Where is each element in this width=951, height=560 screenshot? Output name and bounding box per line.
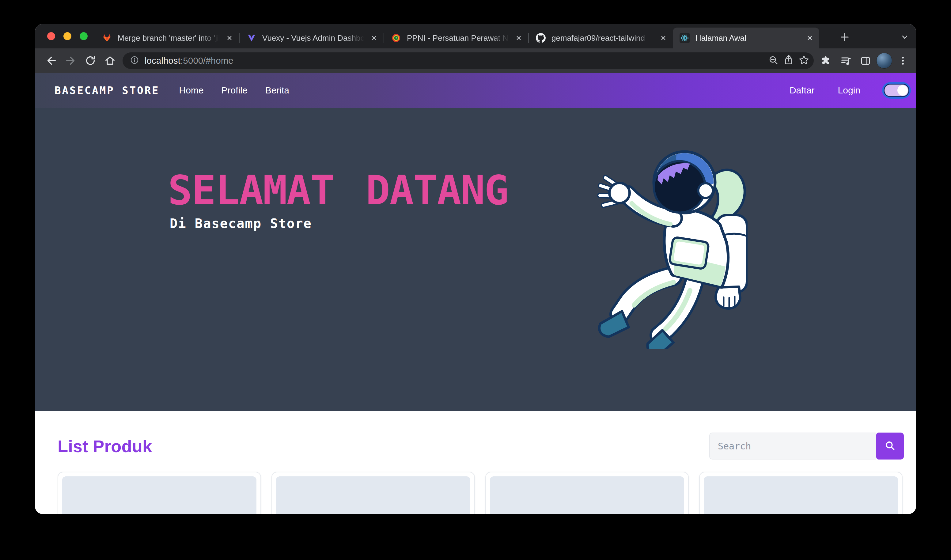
- page-viewport: BASECAMP STORE Home Profile Berita Dafta…: [35, 73, 916, 514]
- tab-close-icon[interactable]: [225, 33, 234, 43]
- product-card-list: [58, 472, 904, 514]
- traffic-lights: [47, 32, 88, 40]
- browser-toolbar: localhost:5000/#home: [35, 48, 916, 73]
- hero-text: SELAMAT DATANG Di Basecamp Store: [168, 169, 508, 231]
- login-link[interactable]: Login: [838, 85, 860, 95]
- extensions-puzzle-icon[interactable]: [817, 52, 835, 69]
- tab-close-icon[interactable]: [514, 33, 523, 43]
- search-icon: [883, 440, 896, 452]
- tab-close-icon[interactable]: [369, 33, 379, 43]
- tab-close-icon[interactable]: [659, 33, 668, 43]
- products-section: List Produk: [35, 411, 916, 514]
- url-text: localhost:5000/#home: [145, 56, 234, 66]
- product-image-placeholder: [62, 476, 257, 514]
- zoom-out-icon[interactable]: [768, 55, 779, 67]
- new-tab-button[interactable]: [838, 31, 851, 43]
- product-card[interactable]: [58, 472, 261, 514]
- browser-tab-ppni[interactable]: PPNI - Persatuan Perawat Nasi: [384, 28, 528, 48]
- ppni-icon: [391, 33, 402, 43]
- tab-strip: Merge branch 'master' into 'jih Vuexy - …: [35, 24, 916, 48]
- profile-avatar[interactable]: [876, 53, 892, 69]
- forward-icon[interactable]: [62, 52, 80, 69]
- hero-subtitle: Di Basecamp Store: [170, 216, 508, 231]
- hero-title: SELAMAT DATANG: [168, 169, 508, 212]
- site-info-icon[interactable]: [129, 55, 140, 66]
- search-button[interactable]: [876, 432, 904, 460]
- product-card[interactable]: [699, 472, 903, 514]
- fullscreen-window-button[interactable]: [80, 32, 88, 40]
- github-icon: [536, 33, 546, 43]
- tab-title: Vuexy - Vuejs Admin Dashboar: [262, 33, 366, 43]
- hero-section: SELAMAT DATANG Di Basecamp Store: [35, 108, 916, 411]
- media-queue-icon[interactable]: [837, 52, 855, 69]
- search-input[interactable]: [709, 432, 876, 460]
- astronaut-illustration: [582, 144, 748, 349]
- home-icon[interactable]: [101, 52, 119, 69]
- browser-tab-github[interactable]: gemafajar09/react-tailwind: [529, 28, 673, 48]
- address-bar[interactable]: localhost:5000/#home: [123, 52, 814, 69]
- brand-logo[interactable]: BASECAMP STORE: [55, 84, 160, 97]
- nav-link-home[interactable]: Home: [179, 85, 204, 95]
- tab-title: PPNI - Persatuan Perawat Nasi: [407, 33, 511, 43]
- nav-link-profile[interactable]: Profile: [222, 85, 248, 95]
- products-heading: List Produk: [58, 436, 152, 456]
- browser-menu-icon[interactable]: [894, 52, 912, 69]
- gitlab-icon: [102, 33, 112, 43]
- product-card[interactable]: [271, 472, 475, 514]
- nav-links: Home Profile Berita: [179, 85, 289, 95]
- browser-tab-vuexy[interactable]: Vuexy - Vuejs Admin Dashboar: [240, 28, 383, 48]
- product-image-placeholder: [276, 476, 470, 514]
- bookmark-star-icon[interactable]: [799, 55, 809, 67]
- tab-close-icon[interactable]: [805, 33, 814, 43]
- tab-title: gemafajar09/react-tailwind: [551, 33, 656, 43]
- tab-list: Merge branch 'master' into 'jih Vuexy - …: [95, 28, 819, 48]
- theme-toggle[interactable]: [883, 84, 909, 97]
- minimize-window-button[interactable]: [63, 32, 71, 40]
- side-panel-icon[interactable]: [857, 52, 874, 69]
- tab-title: Halaman Awal: [696, 33, 802, 43]
- browser-tab-halaman-awal-active[interactable]: Halaman Awal: [673, 28, 819, 48]
- react-icon: [680, 33, 690, 43]
- product-card[interactable]: [485, 472, 689, 514]
- browser-tab-gitlab[interactable]: Merge branch 'master' into 'jih: [95, 28, 239, 48]
- site-navbar: BASECAMP STORE Home Profile Berita Dafta…: [35, 73, 916, 108]
- tab-search-chevron-icon[interactable]: [898, 31, 911, 43]
- browser-window: Merge branch 'master' into 'jih Vuexy - …: [35, 24, 916, 514]
- tab-title: Merge branch 'master' into 'jih: [118, 33, 222, 43]
- reload-icon[interactable]: [82, 52, 99, 69]
- vuexy-icon: [246, 33, 257, 43]
- register-link[interactable]: Daftar: [789, 85, 815, 95]
- product-image-placeholder: [490, 476, 684, 514]
- share-icon[interactable]: [783, 55, 794, 67]
- search-bar: [709, 432, 904, 460]
- product-image-placeholder: [704, 476, 898, 514]
- nav-link-berita[interactable]: Berita: [265, 85, 289, 95]
- nav-actions: Daftar Login: [789, 84, 909, 97]
- back-icon[interactable]: [42, 52, 60, 69]
- products-header: List Produk: [58, 432, 904, 460]
- toggle-knob: [897, 85, 908, 95]
- close-window-button[interactable]: [47, 32, 55, 40]
